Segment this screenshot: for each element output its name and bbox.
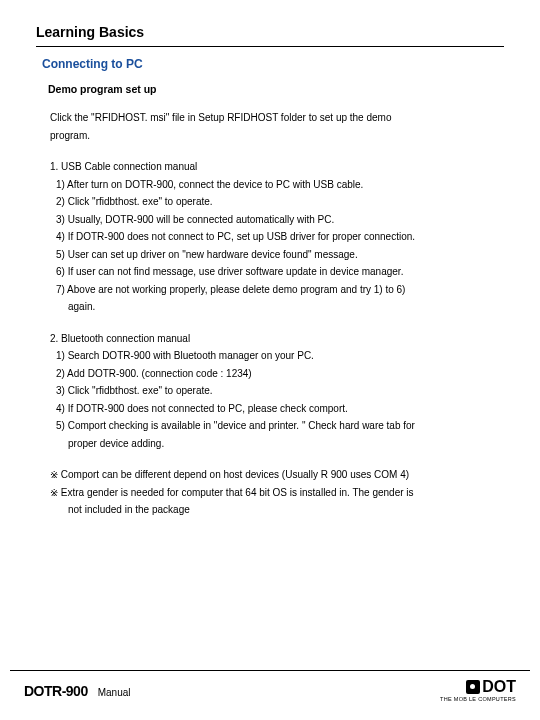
list-item-cont: proper device adding. bbox=[50, 435, 504, 453]
footer: DOTR-900 Manual DOT THE MOB LE COMPUTERS bbox=[0, 670, 540, 720]
usb-heading: 1. USB Cable connection manual bbox=[50, 158, 504, 176]
list-item: 2) Click "rfidbthost. exe" to operate. bbox=[50, 193, 504, 211]
list-item: 4) If DOTR-900 does not connected to PC,… bbox=[50, 400, 504, 418]
note-line-cont: not included in the package bbox=[50, 501, 504, 519]
brand-name: DOT bbox=[482, 679, 516, 695]
brand-logo: DOT THE MOB LE COMPUTERS bbox=[440, 679, 516, 703]
list-item-cont: again. bbox=[50, 298, 504, 316]
logo-icon bbox=[466, 680, 480, 694]
subtitle: Connecting to PC bbox=[42, 57, 504, 71]
list-item: 3) Usually, DOTR-900 will be connected a… bbox=[50, 211, 504, 229]
body-text: Click the "RFIDHOST. msi" file in Setup … bbox=[50, 109, 504, 519]
list-item: 5) Comport checking is available in "dev… bbox=[50, 417, 504, 435]
footer-rule bbox=[10, 670, 530, 671]
bt-heading: 2. Bluetooth connection manual bbox=[50, 330, 504, 348]
intro-line: program. bbox=[50, 127, 504, 145]
list-item: 1) Search DOTR-900 with Bluetooth manage… bbox=[50, 347, 504, 365]
section-heading: Demo program set up bbox=[48, 83, 504, 95]
list-item: 4) If DOTR-900 does not connect to PC, s… bbox=[50, 228, 504, 246]
note-line: ※ Extra gender is needed for computer th… bbox=[50, 484, 504, 502]
list-item: 3) Click "rfidbthost. exe" to operate. bbox=[50, 382, 504, 400]
intro-line: Click the "RFIDHOST. msi" file in Setup … bbox=[50, 109, 504, 127]
list-item: 7) Above are not working properly, pleas… bbox=[50, 281, 504, 299]
title-rule bbox=[36, 46, 504, 47]
list-item: 1) After turn on DOTR-900, connect the d… bbox=[50, 176, 504, 194]
footer-manual: Manual bbox=[98, 687, 131, 698]
page-title: Learning Basics bbox=[36, 24, 504, 40]
list-item: 5) User can set up driver on "new hardwa… bbox=[50, 246, 504, 264]
brand-tagline: THE MOB LE COMPUTERS bbox=[440, 697, 516, 703]
list-item: 2) Add DOTR-900. (connection code : 1234… bbox=[50, 365, 504, 383]
note-line: ※ Comport can be different depend on hos… bbox=[50, 466, 504, 484]
list-item: 6) If user can not find message, use dri… bbox=[50, 263, 504, 281]
footer-model: DOTR-900 bbox=[24, 683, 88, 699]
